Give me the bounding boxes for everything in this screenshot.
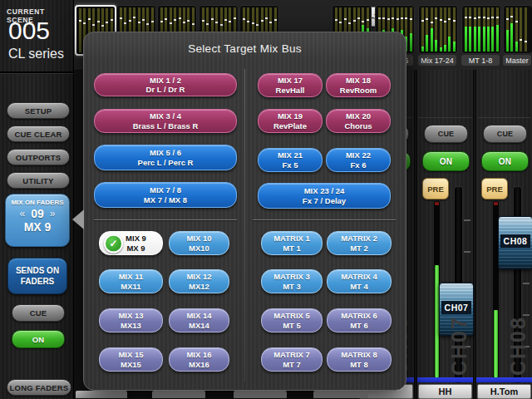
bus-button-line1: MIX 17 — [278, 76, 303, 86]
fader-position-mark — [179, 17, 181, 19]
bus-button-line1: MIX 13 — [118, 311, 143, 321]
pre-fader-badge[interactable]: PRE — [422, 178, 449, 200]
mix-bus-button[interactable]: MIX 5 / 6Perc L / Perc R — [94, 145, 237, 170]
matrix-bus-button[interactable]: MATRIX 4MT 4 — [327, 269, 392, 293]
mix-bus-button[interactable]: MIX 3 / 4Brass L / Brass R — [94, 109, 237, 133]
bus-button-line2: MT 1 — [283, 244, 301, 254]
mix-bus-button[interactable]: MIX 18RevRoom — [326, 73, 391, 97]
bus-button-line1: MIX 15 — [118, 350, 143, 360]
mix-bus-button[interactable]: MIX 14MX14 — [169, 308, 229, 332]
matrix-bus-button[interactable]: MATRIX 7MT 7 — [261, 347, 323, 372]
strip-name-plate[interactable]: H.Tom — [477, 384, 531, 399]
fader-position-mark — [339, 22, 342, 23]
bus-button-line2: RevHall — [276, 86, 305, 96]
mix-bus-button[interactable]: MIX 20Chorus — [326, 109, 391, 133]
fader-position-mark — [265, 17, 268, 19]
next-mix-icon[interactable]: » — [50, 208, 56, 219]
fader-position-mark — [506, 18, 509, 20]
mix-bus-button[interactable]: MIX 23 / 24Fx 7 / Delay — [258, 183, 391, 209]
bus-button-line2: MT 3 — [283, 282, 301, 292]
meter-block-mix-17-24[interactable] — [418, 5, 458, 54]
bus-button-line2: MT 2 — [350, 244, 368, 254]
bus-button-line2: MT 8 — [350, 360, 368, 370]
fader-position-mark — [453, 20, 456, 22]
mix-bus-button[interactable]: MIX 15MX15 — [99, 347, 163, 372]
strip-cue-button[interactable]: CUE — [483, 125, 527, 143]
mix-bus-button[interactable]: MIX 19RevPlate — [258, 109, 323, 133]
mix-bus-button[interactable]: MIX 22Fx 6 — [326, 148, 391, 172]
sends-on-faders-button[interactable]: SENDS ON FADERS — [7, 258, 67, 294]
matrix-bus-button[interactable]: MATRIX 3MT 3 — [261, 269, 323, 293]
fader-knob[interactable]: CH08 — [498, 216, 532, 269]
mix-bus-button[interactable]: MIX 11MX11 — [99, 269, 163, 293]
strip-divider — [478, 117, 530, 118]
matrix-bus-button[interactable]: MATRIX 6MT 6 — [327, 308, 392, 332]
fader-position-mark — [348, 22, 351, 24]
sidebar-divider — [0, 71, 73, 74]
bus-button-line1: MIX 5 / 6 — [150, 148, 181, 158]
bus-button-line2: RevRoom — [340, 86, 377, 96]
fader-position-mark — [202, 20, 204, 22]
bus-button-line1: MATRIX 5 — [273, 311, 310, 321]
meter-level — [478, 27, 480, 52]
meter-block-master[interactable] — [503, 5, 532, 54]
dialog-title: Select Target Mix Bus — [84, 42, 406, 55]
matrix-bus-button[interactable]: MATRIX 2MT 2 — [327, 231, 392, 255]
fader-position-mark — [440, 19, 442, 21]
master-cue-button[interactable]: CUE — [12, 304, 65, 322]
console-model-label: CL series — [8, 47, 71, 62]
fader-position-mark — [357, 17, 360, 19]
scene-number[interactable]: 005 — [8, 17, 66, 45]
outports-button[interactable]: OUTPORTS — [7, 149, 70, 165]
long-faders-button[interactable]: LONG FADERS — [7, 379, 71, 396]
strip-cue-button[interactable]: CUE — [424, 125, 468, 143]
bus-button-line1: MATRIX 6 — [341, 311, 377, 321]
setup-button[interactable]: SETUP — [7, 102, 70, 119]
fader-position-mark — [410, 18, 412, 20]
matrix-bus-button[interactable]: MATRIX 5MT 5 — [261, 308, 323, 332]
dialog-column-divider — [244, 69, 245, 382]
fader-position-mark — [215, 22, 218, 23]
mix-bus-button[interactable]: MIX 7 / 8MX 7 / MX 8 — [94, 182, 237, 208]
mix-bus-button[interactable]: MIX 13MX13 — [99, 308, 163, 332]
mix-bus-button[interactable]: MIX 10MX10 — [169, 231, 229, 255]
strip-name-plate[interactable]: HH — [418, 384, 472, 399]
bus-button-line1: MIX 23 / 24 — [304, 186, 345, 196]
meter-block-mt-1-8[interactable] — [461, 5, 501, 54]
fader-position-mark — [133, 17, 135, 18]
clip-led — [435, 202, 439, 205]
fader-position-mark — [392, 17, 394, 19]
bus-button-line2: MX10 — [189, 244, 209, 254]
meter-level — [506, 30, 509, 52]
mix-bus-button[interactable]: MIX 12MX12 — [169, 269, 229, 293]
meter-bar — [525, 7, 527, 52]
mix-on-faders-label: MIX ON FADERS — [6, 199, 69, 206]
mix-bus-button[interactable]: MIX 1 / 2Dr L / Dr R — [94, 73, 237, 96]
bus-button-line2: Brass L / Brass R — [133, 121, 199, 131]
matrix-bus-button[interactable]: MATRIX 1MT 1 — [261, 231, 323, 255]
stagemix-screen: CH1-32 Mix 9-16Mix 17-24MT 1-8Master CUE… — [0, 0, 532, 399]
fader-position-mark — [174, 19, 176, 21]
mix-bus-button[interactable]: ✓MIX 9MX 9 — [99, 231, 163, 255]
fader-position-mark — [469, 17, 471, 18]
fader-position-mark — [353, 20, 356, 22]
strip-on-button[interactable]: ON — [481, 151, 529, 171]
fader-position-mark — [101, 25, 104, 27]
meter-level — [448, 37, 451, 52]
fader-position-mark — [247, 21, 249, 22]
mix-bus-button[interactable]: MIX 16MX16 — [169, 347, 229, 372]
matrix-bus-button[interactable]: MATRIX 8MT 8 — [327, 347, 392, 372]
mix-bus-button[interactable]: MIX 17RevHall — [258, 73, 323, 97]
pre-fader-badge[interactable]: PRE — [481, 178, 508, 200]
utility-button[interactable]: UTILITY — [7, 172, 70, 189]
fader-position-mark — [220, 24, 223, 26]
cue-clear-button[interactable]: CUE CLEAR — [7, 126, 70, 142]
fader-position-mark — [146, 23, 149, 25]
bus-button-line1: MIX 9 — [126, 234, 146, 244]
hidden-strip-plate — [234, 391, 287, 398]
strip-on-button[interactable]: ON — [422, 151, 470, 171]
prev-mix-icon[interactable]: « — [20, 208, 26, 219]
mix-bus-button[interactable]: MIX 21Fx 5 — [258, 148, 323, 172]
master-on-button[interactable]: ON — [12, 330, 65, 348]
mix-on-faders-button[interactable]: MIX ON FADERS « 09 » MX 9 — [5, 194, 70, 247]
